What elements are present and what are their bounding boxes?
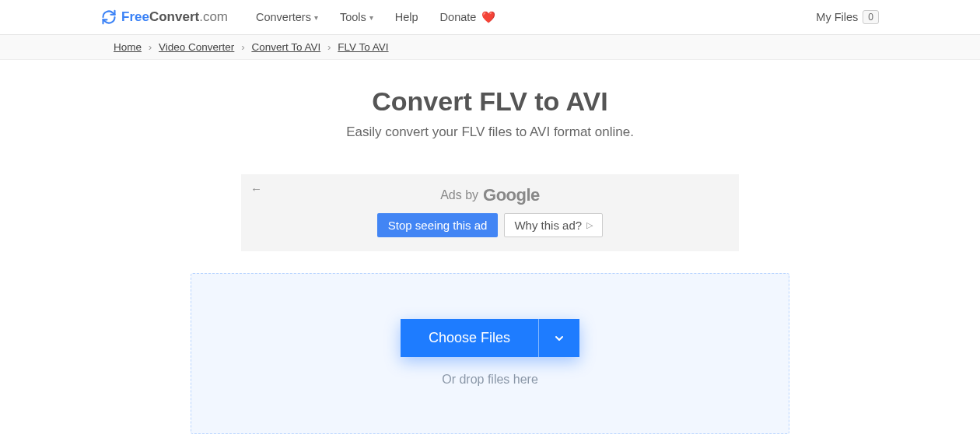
drop-files-text: Or drop files here [191,373,789,387]
nav-converters[interactable]: Converters ▾ [256,11,318,23]
why-ad-button[interactable]: Why this ad? ▷ [504,213,603,237]
choose-files-button[interactable]: Choose Files [401,319,538,357]
dropzone[interactable]: Choose Files Or drop files here [191,273,789,434]
nav-converters-label: Converters [256,11,311,23]
nav-help[interactable]: Help [395,11,418,23]
ads-by: Ads by Google [241,185,739,205]
breadcrumb-flv-to-avi[interactable]: FLV To AVI [338,41,388,53]
refresh-icon [101,9,117,25]
nav-tools[interactable]: Tools ▾ [340,11,373,23]
why-ad-label: Why this ad? [514,219,582,232]
ad-box: ← Ads by Google Stop seeing this ad Why … [241,174,739,251]
ad-buttons: Stop seeing this ad Why this ad? ▷ [241,213,739,237]
chevron-down-icon: ▾ [369,13,373,22]
logo-dot: .com [199,9,228,24]
page-title: Convert FLV to AVI [101,86,879,117]
arrow-left-icon[interactable]: ← [250,182,262,195]
google-logo: Google [483,185,540,205]
header-inner: FreeConvert.com Converters ▾ Tools ▾ Hel… [101,9,879,25]
nav-tools-label: Tools [340,11,366,23]
page-subtitle: Easily convert your FLV files to AVI for… [101,124,879,140]
my-files[interactable]: My Files 0 [816,10,879,24]
nav-donate[interactable]: Donate ❤️ [440,11,496,24]
nav-donate-label: Donate [440,11,477,23]
choose-files-dropdown[interactable] [538,319,579,357]
breadcrumb-convert-to-avi[interactable]: Convert To AVI [251,41,320,53]
header: FreeConvert.com Converters ▾ Tools ▾ Hel… [0,0,980,35]
adchoices-icon: ▷ [586,220,593,230]
nav-help-label: Help [395,11,418,23]
breadcrumb-bar: Home › Video Converter › Convert To AVI … [0,35,980,60]
main: Convert FLV to AVI Easily convert your F… [101,60,879,434]
breadcrumb-sep: › [237,41,249,53]
breadcrumb: Home › Video Converter › Convert To AVI … [101,35,879,59]
my-files-count: 0 [863,10,879,24]
choose-files-group: Choose Files [401,319,579,357]
heart-icon: ❤️ [481,11,495,24]
stop-ad-button[interactable]: Stop seeing this ad [377,213,499,237]
breadcrumb-sep: › [145,41,156,53]
chevron-down-icon [553,332,565,345]
logo[interactable]: FreeConvert.com [101,9,228,25]
logo-free: Free [121,9,149,24]
breadcrumb-home[interactable]: Home [114,41,142,53]
chevron-down-icon: ▾ [314,13,318,22]
breadcrumb-sep: › [324,41,335,53]
logo-convert: Convert [149,9,199,24]
nav: Converters ▾ Tools ▾ Help Donate ❤️ [256,11,495,24]
my-files-label: My Files [816,11,858,23]
ads-by-label: Ads by [440,188,478,202]
breadcrumb-video-converter[interactable]: Video Converter [159,41,234,53]
